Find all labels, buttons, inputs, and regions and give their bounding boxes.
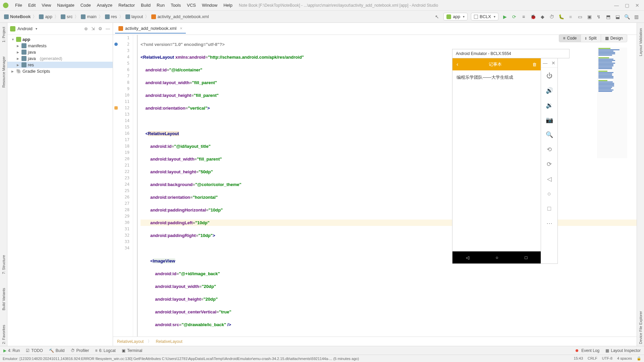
stop-icon[interactable]: ■ — [568, 14, 574, 20]
tree-res[interactable]: ▶res — [7, 62, 113, 68]
apply-code-icon[interactable]: ≡ — [521, 14, 527, 20]
volume-up-icon[interactable]: 🔊 — [543, 84, 556, 97]
power-icon[interactable]: ⏻ — [543, 69, 556, 82]
rotate-left-icon[interactable]: ⟲ — [543, 143, 556, 156]
back-icon[interactable]: ‹ — [457, 61, 458, 67]
emu-back-icon[interactable]: ◁ — [543, 172, 556, 186]
todo-tool[interactable]: ☑ TODO — [26, 348, 43, 353]
hide-icon[interactable]: — — [106, 26, 110, 31]
crumb-bot-2[interactable]: RelativeLayout — [156, 339, 182, 344]
crumb-app[interactable]: app — [38, 14, 54, 19]
nav-back-icon[interactable]: ◁ — [466, 255, 469, 260]
more-icon[interactable]: ⋯ — [543, 217, 556, 230]
menu-analyze[interactable]: Analyze — [94, 3, 115, 8]
menu-help[interactable]: Help — [220, 3, 235, 8]
rotate-right-icon[interactable]: ⟳ — [543, 158, 556, 171]
app-toolbar: ‹ 记事本 🗑 — [452, 58, 541, 70]
emu-home-icon[interactable]: ○ — [543, 187, 556, 200]
zoom-icon[interactable]: 🔍 — [543, 128, 556, 141]
layout-inspector-tool[interactable]: ▦ Layout Inspector — [605, 348, 641, 353]
logcat-tool[interactable]: ≡ 6: Logcat — [95, 348, 116, 353]
build-tool[interactable]: 🔨 Build — [49, 348, 65, 353]
attach-debugger-icon[interactable]: 🐛 — [558, 14, 564, 20]
tool4-icon[interactable]: ⬒ — [605, 14, 611, 20]
tree-java[interactable]: ▶java — [7, 49, 113, 55]
tree-java-gen[interactable]: ▶java (generated) — [7, 55, 113, 62]
menu-navigate[interactable]: Navigate — [54, 3, 77, 8]
settings-icon[interactable]: ⚙ — [98, 26, 102, 31]
emu-close[interactable]: ✕ — [549, 58, 558, 67]
profiler-tool[interactable]: ⏱ Profiler — [71, 348, 89, 353]
code-minimap[interactable] — [597, 48, 627, 158]
crumb-root[interactable]: NoteBook — [3, 14, 32, 19]
device-file-explorer-tab[interactable]: Device File Explorer — [639, 309, 643, 346]
project-tab[interactable]: 1: Project — [2, 25, 6, 44]
device-selector[interactable]: BCLX▾ — [471, 13, 498, 20]
status-lock-icon[interactable]: 🔒 — [637, 356, 641, 361]
crumb-bot-1[interactable]: RelativeLayout — [117, 339, 144, 344]
layout-validation-tab[interactable]: Layout Validation — [639, 26, 643, 58]
menu-build[interactable]: Build — [138, 3, 154, 8]
search-icon[interactable]: 🔍 — [624, 14, 630, 20]
nav-home-icon[interactable]: ○ — [496, 255, 498, 260]
delete-icon[interactable]: 🗑 — [532, 62, 537, 67]
menu-run[interactable]: Run — [154, 3, 168, 8]
apply-changes-icon[interactable]: ⟳ — [511, 14, 517, 20]
tool7-icon[interactable]: ▥ — [633, 14, 639, 20]
project-view-selector[interactable]: Android▾ — [10, 26, 84, 32]
menu-window[interactable]: Window — [199, 3, 220, 8]
tab-close-icon[interactable]: × — [180, 26, 182, 31]
run-tool[interactable]: ▶4: Run — [3, 348, 20, 353]
minimize-button[interactable]: — — [614, 3, 619, 8]
nav-recent-icon[interactable]: □ — [525, 255, 528, 260]
event-log-tool[interactable]: Event Log — [576, 348, 599, 353]
coverage-icon[interactable]: ◆ — [539, 14, 545, 20]
close-button[interactable]: ✕ — [635, 3, 639, 8]
favorites-tab[interactable]: 2: Favorites — [2, 323, 6, 346]
crumb-src[interactable]: src — [59, 14, 74, 19]
tree-manifests[interactable]: ▶manifests — [7, 43, 113, 49]
tree-gradle[interactable]: ▶🐘Gradle Scripts — [7, 68, 113, 74]
design-view-tab[interactable]: ▦Design — [601, 35, 627, 42]
menu-code[interactable]: Code — [77, 3, 94, 8]
menu-refactor[interactable]: Refactor — [115, 3, 138, 8]
sdk-icon[interactable]: ▣ — [586, 14, 592, 20]
build-variants-tab[interactable]: Build Variants — [2, 286, 6, 312]
resource-manager-tab[interactable]: Resource Manager — [2, 54, 6, 90]
menu-tools[interactable]: Tools — [168, 3, 184, 8]
menu-view[interactable]: View — [39, 3, 54, 8]
menu-vcs[interactable]: VCS — [184, 3, 199, 8]
tool3-icon[interactable]: ↯ — [596, 14, 602, 20]
tool5-icon[interactable]: ⬓ — [614, 14, 621, 20]
tab-activity-add-notebook[interactable]: activity_add_notebook.xml× — [115, 24, 186, 34]
run-icon[interactable]: ▶ — [502, 14, 508, 20]
crumb-file[interactable]: activity_add_notebook.xml — [150, 14, 210, 19]
structure-tab[interactable]: 7: Structure — [2, 253, 6, 276]
emulator-screen[interactable]: ‹ 记事本 🗑 编程乐学团队——大学生组成 ◁ ○ □ — [452, 58, 541, 264]
code-view-tab[interactable]: ≡Code — [559, 35, 581, 42]
avd-icon[interactable]: ▭ — [577, 14, 583, 20]
crumb-main[interactable]: main — [79, 14, 98, 19]
status-indent[interactable]: 4 spaces — [617, 356, 632, 361]
status-encoding[interactable]: UTF-8 — [602, 356, 612, 361]
run-config-selector[interactable]: app▾ — [443, 13, 468, 20]
sync-icon[interactable]: ↖ — [434, 14, 440, 20]
maximize-button[interactable]: ▢ — [625, 3, 629, 8]
menu-edit[interactable]: Edit — [25, 3, 39, 8]
menu-file[interactable]: File — [12, 3, 25, 8]
debug-icon[interactable]: 🐞 — [530, 14, 536, 20]
note-content[interactable]: 编程乐学团队——大学生组成 — [452, 70, 541, 251]
crumb-res[interactable]: res — [104, 14, 118, 19]
collapse-icon[interactable]: ⇲ — [91, 26, 95, 31]
split-view-tab[interactable]: ⫾Split — [581, 35, 601, 42]
tree-app[interactable]: ▼app — [7, 36, 113, 43]
status-crlf[interactable]: CRLF — [588, 356, 597, 361]
scroll-from-source-icon[interactable]: ⊕ — [84, 26, 88, 31]
volume-down-icon[interactable]: 🔉 — [543, 99, 556, 112]
terminal-tool[interactable]: ▣ Terminal — [122, 348, 142, 353]
emu-overview-icon[interactable]: □ — [543, 202, 556, 215]
camera-icon[interactable]: 📷 — [543, 113, 556, 127]
profiler-icon[interactable]: ⏱ — [549, 14, 555, 20]
crumb-layout[interactable]: layout — [124, 14, 145, 19]
emu-minimize[interactable]: — — [541, 58, 549, 67]
